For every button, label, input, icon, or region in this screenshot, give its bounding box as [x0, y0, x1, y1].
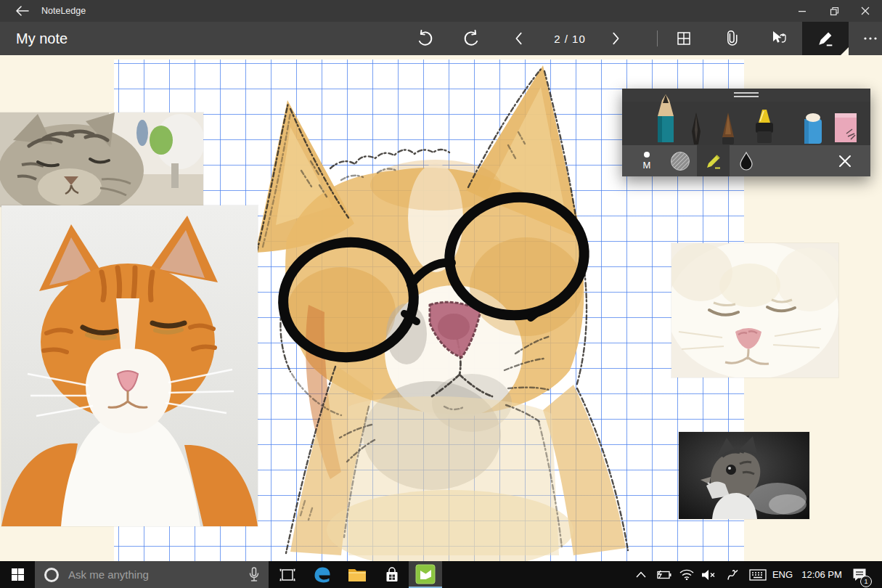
toolbar-divider [657, 30, 658, 46]
teal-pencil-icon [656, 94, 675, 142]
paperclip-icon [723, 30, 740, 47]
store-icon [383, 566, 401, 584]
noteledge-app-icon [415, 564, 436, 584]
note-title: My note [16, 22, 68, 55]
start-button[interactable] [0, 561, 35, 588]
restore-button[interactable] [817, 0, 851, 22]
pen-tool-popup: M [622, 89, 870, 176]
wifi-icon [679, 569, 694, 580]
touch-keyboard-button[interactable] [746, 561, 769, 588]
pen-button[interactable] [802, 22, 849, 55]
edge-icon [313, 565, 332, 584]
pen-tool-row [622, 102, 870, 145]
file-explorer-icon [348, 567, 367, 583]
grey-tabby-photo-image [0, 113, 203, 207]
select-hand-cursor-icon [769, 29, 788, 48]
pen-options-row: M [622, 145, 870, 176]
black-and-white-cat-photo[interactable] [679, 432, 809, 519]
tool-pink-pastel[interactable] [831, 110, 860, 145]
store-button[interactable] [376, 561, 408, 588]
attachment-button[interactable] [716, 24, 747, 53]
grid-icon [675, 30, 693, 47]
restore-icon [830, 7, 839, 16]
noteledge-window: NoteLedge My note [0, 0, 882, 588]
grey-tabby-photo[interactable] [0, 113, 203, 207]
back-arrow-icon [15, 6, 29, 16]
cortana-search-box[interactable]: Ask me anything [35, 561, 269, 588]
popup-close-icon [838, 155, 852, 168]
title-bar: NoteLedge [0, 0, 882, 22]
water-drop-icon [738, 152, 754, 171]
volume-button[interactable] [698, 561, 719, 588]
next-page-button[interactable] [600, 24, 631, 53]
undo-button[interactable] [409, 24, 440, 53]
search-placeholder: Ask me anything [68, 568, 149, 581]
minimize-button[interactable] [785, 0, 819, 22]
black-and-white-cat-photo-image [679, 432, 809, 519]
minimize-icon [798, 7, 807, 15]
file-explorer-button[interactable] [341, 561, 373, 588]
noteledge-taskbar-button[interactable] [409, 561, 442, 588]
app-title: NoteLedge [41, 0, 86, 22]
close-icon [861, 7, 870, 15]
battery-button[interactable] [653, 561, 674, 588]
notification-badge: 1 [860, 576, 872, 587]
ellipsis-icon [862, 30, 878, 46]
task-view-icon [279, 568, 295, 581]
tool-eraser[interactable] [799, 110, 827, 145]
redo-icon [462, 29, 481, 48]
pencil-mode-icon [704, 152, 723, 171]
yellow-marker-icon [754, 110, 775, 144]
redo-button[interactable] [457, 24, 487, 53]
previous-page-button[interactable] [504, 24, 534, 53]
page-indicator: 2 / 10 [541, 22, 599, 55]
popup-close-button[interactable] [830, 145, 859, 176]
texture-button[interactable] [666, 145, 695, 176]
chevron-up-icon [636, 571, 646, 578]
clock[interactable]: 12:06 PM [797, 561, 846, 588]
ink-pen-icon [688, 113, 704, 144]
language-indicator[interactable]: ENG [769, 561, 796, 588]
windows-ink-pen-icon [726, 568, 739, 581]
grid-view-button[interactable] [669, 24, 699, 53]
time-label: 12:06 PM [801, 569, 842, 580]
tray-expand-button[interactable] [632, 561, 650, 588]
orange-white-cat-photo[interactable] [1, 205, 258, 526]
white-fluffy-cat-photo-image [671, 243, 838, 377]
tool-brush[interactable] [715, 112, 741, 145]
close-button[interactable] [849, 0, 882, 22]
microphone-icon[interactable] [248, 567, 260, 583]
undo-icon [415, 29, 434, 48]
more-button[interactable] [855, 24, 882, 53]
pencil-mode-button[interactable] [697, 145, 730, 176]
battery-charging-icon [656, 570, 671, 580]
keyboard-icon [749, 569, 767, 581]
tool-teal-pencil[interactable] [651, 91, 680, 145]
back-button[interactable] [7, 0, 36, 22]
drag-handle-icon [734, 92, 759, 98]
language-label: ENG [772, 569, 793, 580]
eraser-icon [802, 112, 824, 144]
water-blend-button[interactable] [732, 145, 761, 176]
stroke-size-button[interactable]: M [632, 145, 661, 176]
orange-white-cat-photo-image [1, 205, 258, 526]
wifi-button[interactable] [677, 561, 697, 588]
speaker-muted-icon [701, 569, 716, 581]
stroke-size-dot-icon [643, 151, 650, 158]
popup-pointer-wedge [841, 47, 849, 55]
chevron-left-icon [511, 30, 527, 46]
cortana-icon [44, 567, 60, 583]
stroke-size-label: M [643, 160, 651, 171]
brush-icon [720, 113, 736, 144]
select-button[interactable] [763, 24, 793, 53]
note-toolbar: My note 2 / 10 [0, 22, 882, 55]
tool-ink-pen[interactable] [683, 112, 709, 145]
task-view-button[interactable] [271, 561, 303, 588]
edge-button[interactable] [306, 561, 338, 588]
chevron-right-icon [608, 30, 624, 46]
white-fluffy-cat-photo[interactable] [671, 243, 838, 377]
windows-logo-icon [12, 568, 24, 581]
tool-yellow-marker[interactable] [750, 109, 779, 145]
pen-icon [815, 28, 836, 49]
windows-ink-button[interactable] [722, 561, 743, 588]
